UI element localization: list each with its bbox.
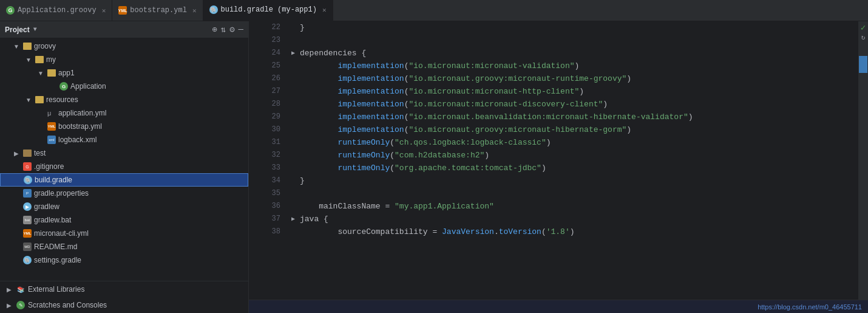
fold-24[interactable]: ▶ (291, 47, 300, 60)
tree-item-settings-gradle[interactable]: 🐘 settings.gradle (0, 253, 248, 267)
tree-item-application[interactable]: G Application (0, 80, 248, 93)
tab-bar: G Application.groovy ✕ YML bootstrap.yml… (0, 0, 868, 21)
tree-item-gradlew-bat[interactable]: bat gradlew.bat (0, 213, 248, 227)
tree-item-bootstrap-yml[interactable]: YML bootstrap.yml (0, 120, 248, 133)
code-line-33: runtimeOnly("org.apache.tomcat:tomcat-jd… (291, 162, 852, 174)
external-libraries-icon: 📚 (16, 285, 25, 294)
code-line-26: implementation("io.micronaut.groovy:micr… (291, 72, 852, 85)
code-line-27: implementation("io.micronaut:micronaut-h… (291, 85, 852, 98)
code-line-22: } (291, 21, 852, 34)
external-libraries-item[interactable]: 📚 External Libraries (0, 281, 248, 297)
tree-item-micronaut-cli-yml[interactable]: YML micronaut-cli.yml (0, 227, 248, 240)
yml-file-icon-bootstrap: YML (47, 122, 56, 131)
fold-30 (291, 123, 300, 136)
fold-35 (291, 187, 300, 200)
gradlew-file-icon: ▶ (23, 202, 32, 211)
tree-label-bootstrap-yml: bootstrap.yml (58, 122, 102, 131)
tree-item-groovy[interactable]: groovy (0, 40, 248, 53)
editor-area: 22 23 24 25 26 27 28 29 30 31 32 33 34 3… (249, 21, 868, 313)
code-line-28: implementation("io.micronaut:micronaut-d… (291, 98, 852, 111)
tab-label-bootstrap-yml: bootstrap.yml (130, 6, 187, 15)
tab-close-application-groovy[interactable]: ✕ (102, 7, 106, 15)
tree-label-build-gradle: build.gradle (35, 176, 72, 184)
editor-wrapper: 22 23 24 25 26 27 28 29 30 31 32 33 34 3… (249, 21, 868, 300)
tree-label-app1: app1 (58, 69, 75, 77)
code-line-38: sourceCompatibility = JavaVersion.toVers… (291, 225, 852, 238)
tree-item-gitignore[interactable]: G .gitignore (0, 160, 248, 173)
fold-27 (291, 85, 300, 98)
main-layout: Project ▼ ⊕ ⇅ ⚙ — groovy (0, 21, 868, 313)
code-line-31: runtimeOnly("ch.qos.logback:logback-clas… (291, 136, 852, 149)
fold-33 (291, 162, 300, 174)
code-editor[interactable]: } ▶ dependencies { implementation("io.mi… (285, 21, 858, 300)
fold-26 (291, 72, 300, 85)
gradle-bat-file-icon: bat (23, 216, 32, 224)
tab-close-build-gradle[interactable]: ✕ (322, 6, 327, 14)
prop-file-icon: P (23, 189, 32, 198)
folder-icon-groovy (23, 43, 32, 50)
tab-label-application-groovy: Application.groovy (18, 6, 97, 15)
tree-item-gradlew[interactable]: ▶ gradlew (0, 200, 248, 213)
fold-31 (291, 136, 300, 149)
fold-32 (291, 149, 300, 162)
sidebar-title-arrow: ▼ (33, 26, 37, 33)
folder-icon-my (35, 56, 44, 63)
sidebar-title: Project (5, 26, 30, 34)
code-line-36: mainClassName = "my.app1.Application" (291, 200, 852, 213)
gutter-area (249, 21, 256, 300)
tree-label-readme-md: README.md (34, 242, 77, 251)
tree-label-micronaut-cli-yml: micronaut-cli.yml (34, 229, 89, 238)
status-bar: https://blog.csdn.net/m0_46455711 (249, 300, 868, 313)
scratches-icon: ✎ (16, 301, 25, 309)
tree-arrow-my (24, 57, 33, 63)
md-file-icon: MD (23, 242, 32, 251)
code-line-35 (291, 187, 852, 200)
sidebar-icon-sort[interactable]: ⇅ (221, 24, 226, 35)
tree-item-my[interactable]: my (0, 53, 248, 66)
sidebar-icon-add[interactable]: ⊕ (212, 24, 217, 35)
tree-arrow-groovy (12, 43, 21, 50)
sidebar-icon-minimize[interactable]: — (239, 24, 243, 35)
tree-item-app1[interactable]: app1 (0, 66, 248, 80)
tab-label-build-gradle: build.gradle (my-app1) (221, 5, 317, 14)
tree-item-gradle-properties[interactable]: P gradle.properties (0, 187, 248, 200)
xml-file-icon: xml (47, 136, 56, 144)
code-line-24: ▶ dependencies { (291, 47, 852, 60)
tree-arrow-resources (24, 97, 33, 103)
tab-bootstrap-yml[interactable]: YML bootstrap.yml ✕ (112, 0, 203, 21)
tree-item-readme-md[interactable]: MD README.md (0, 240, 248, 253)
fold-28 (291, 98, 300, 111)
scratches-label: Scratches and Consoles (28, 301, 107, 309)
sidebar-bottom: 📚 External Libraries ✎ Scratches and Con… (0, 281, 248, 313)
fold-37[interactable]: ▶ (291, 213, 300, 225)
tree-item-build-gradle[interactable]: 🐘 build.gradle (0, 173, 248, 187)
tree-arrow-app1 (36, 70, 45, 77)
code-line-25: implementation("io.micronaut:micronaut-v… (291, 60, 852, 72)
tree-label-resources: resources (46, 95, 78, 104)
project-tree: groovy my app1 (0, 38, 248, 281)
tree-arrow-test (12, 150, 21, 157)
tab-build-gradle[interactable]: 🐘 build.gradle (my-app1) ✕ (203, 0, 333, 21)
scratches-consoles-item[interactable]: ✎ Scratches and Consoles (0, 297, 248, 313)
tree-item-application-yml[interactable]: μ application.yml (0, 106, 248, 120)
refresh-button[interactable]: ↻ (861, 33, 866, 41)
mu-icon: μ (47, 109, 56, 117)
tab-close-bootstrap-yml[interactable]: ✕ (192, 7, 197, 15)
tree-item-resources[interactable]: resources (0, 93, 248, 106)
sidebar-icon-settings[interactable]: ⚙ (229, 24, 234, 35)
scroll-indicator[interactable] (859, 56, 867, 73)
sidebar-header: Project ▼ ⊕ ⇅ ⚙ — (0, 21, 248, 38)
tree-item-test[interactable]: test (0, 146, 248, 160)
code-line-23 (291, 34, 852, 47)
tab-application-groovy[interactable]: G Application.groovy ✕ (0, 0, 112, 21)
fold-25 (291, 60, 300, 72)
sidebar-icons: ⊕ ⇅ ⚙ — (212, 24, 243, 35)
tree-label-groovy: groovy (34, 42, 56, 50)
checkmark-button[interactable]: ✓ (861, 24, 866, 32)
groovy-file-icon: G (59, 82, 68, 91)
fold-34 (291, 174, 300, 187)
tree-item-logback-xml[interactable]: xml logback.xml (0, 133, 248, 146)
gitignore-file-icon: G (23, 162, 32, 171)
folder-icon-resources (35, 96, 44, 103)
fold-22 (291, 21, 300, 34)
